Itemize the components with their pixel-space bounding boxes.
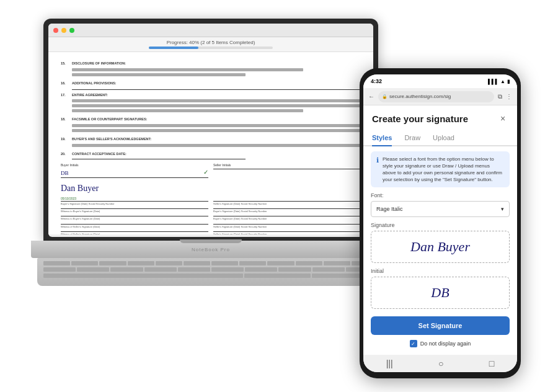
home-nav-icon[interactable]: ○	[438, 359, 443, 368]
section-title-19: BUYER'S AND SELLER'S ACKNOWLEDGEMENT:	[72, 137, 151, 141]
key	[43, 261, 70, 265]
section-title-17: ENTIRE AGREEMENT:	[72, 93, 108, 97]
laptop-top-bar	[48, 24, 373, 37]
key	[245, 267, 277, 272]
key	[99, 261, 126, 265]
phone-nav-bar: ||| ○ □	[363, 355, 517, 372]
signature-label: Signature	[371, 222, 510, 228]
laptop-brand: NoteBook Pro	[192, 247, 230, 252]
recent-nav-icon[interactable]: □	[489, 359, 494, 368]
checkmark-icon: ✓	[203, 167, 208, 177]
wifi-icon: ▲	[500, 79, 505, 84]
url-bar[interactable]: 🔒 secure.authentisign.com/sig	[378, 91, 494, 102]
phone-status-bar: 4:32 ▌▌▌ ▲ ▮	[363, 74, 517, 88]
signature-preview-box: Dan Buyer	[371, 231, 510, 263]
modal-overlay: Create your signature × Styles Draw Uplo…	[363, 105, 517, 355]
witness-label-7: Witness of Seller's Signature (Date)	[61, 231, 208, 234]
key	[324, 261, 350, 265]
witness-label-3: Witness to Buyer's Signature (Date)	[61, 216, 208, 221]
witness-label-8: Seller's Signature (Date) Social Securit…	[213, 231, 361, 234]
doc-section-18: 18. FACSIMILE OR COUNTERPART SIGNATURES:	[61, 117, 361, 134]
section-num-16: 16.	[61, 81, 69, 90]
section-text-15: DISCLOSURE OF INFORMATION:	[72, 61, 361, 78]
lock-icon: 🔒	[382, 94, 388, 99]
font-section: Font: Rage Italic ▾	[363, 192, 517, 217]
section-title-16: ADDITIONAL PROVISIONS:	[72, 81, 116, 85]
progress-area: Progress: 40% (2 of 5 Items Completed)	[48, 37, 373, 52]
key	[278, 267, 311, 272]
doc-section-17: 17. ENTIRE AGREEMENT:	[61, 92, 361, 115]
modal-header: Create your signature ×	[363, 105, 517, 130]
tab-upload[interactable]: Upload	[433, 130, 454, 146]
section-text-18: FACSIMILE OR COUNTERPART SIGNATURES:	[72, 117, 361, 134]
signature-preview-text: Dan Buyer	[410, 239, 470, 255]
keyboard-row-1	[43, 261, 378, 265]
key	[312, 267, 345, 272]
witness-row-2: Witness to Buyer's Signature (Date) Buye…	[61, 216, 361, 221]
back-nav-icon[interactable]: |||	[386, 359, 393, 368]
doc-line	[72, 109, 303, 112]
do-not-display-label: Do not display again	[420, 341, 471, 347]
sig-date: 05/10/2023	[61, 196, 208, 201]
font-value: Rage Italic	[376, 206, 403, 212]
doc-line	[72, 68, 303, 71]
tabs-icon[interactable]: ⧉	[498, 93, 502, 100]
key	[239, 261, 266, 265]
traffic-light-red[interactable]	[53, 28, 58, 33]
witness-label-2: Buyer's Signature (Date) Social Security…	[213, 208, 361, 213]
witness-label-1: Witness to Buyer's Signature (Date)	[61, 208, 208, 213]
witness-row-4: Witness of Seller's Signature (Date) Sel…	[61, 231, 361, 234]
font-select[interactable]: Rage Italic ▾	[371, 201, 510, 217]
phone: 4:32 ▌▌▌ ▲ ▮ ← 🔒 secure.authentisign.com…	[360, 68, 521, 378]
info-icon: ℹ	[376, 156, 379, 184]
tab-styles[interactable]: Styles	[372, 130, 392, 146]
scene: Progress: 40% (2 of 5 Items Completed) 1…	[0, 0, 558, 392]
witness-rows: Witness to Buyer's Signature (Date) Buye…	[61, 208, 361, 234]
info-text: Please select a font from the option men…	[383, 156, 504, 184]
key	[184, 261, 210, 265]
traffic-light-green[interactable]	[69, 28, 74, 33]
doc-line	[72, 129, 361, 132]
doc-section-16: 16. ADDITIONAL PROVISIONS:	[61, 81, 361, 90]
doc-line	[72, 124, 361, 127]
section-title-18: FACSIMILE OR COUNTERPART SIGNATURES:	[72, 117, 147, 121]
buyer-sig-area: Dan Buyer 05/10/2023 Buyer's Signature (…	[61, 182, 208, 206]
initial-section: Initial DB	[363, 265, 517, 313]
status-icons: ▌▌▌ ▲ ▮	[488, 79, 510, 84]
keyboard-rows	[37, 258, 384, 281]
key	[71, 261, 98, 265]
section-num-15: 15.	[61, 61, 69, 78]
progress-track	[149, 47, 273, 49]
tab-draw[interactable]: Draw	[404, 130, 420, 146]
key	[296, 261, 322, 265]
traffic-light-yellow[interactable]	[61, 28, 66, 33]
initials-row: Buyer Initials DB ✓ Seller Initials	[61, 163, 361, 179]
close-button[interactable]: ×	[497, 113, 508, 124]
keyboard-row-2	[43, 267, 378, 272]
section-num-18: 18.	[61, 117, 69, 134]
doc-section-15: 15. DISCLOSURE OF INFORMATION:	[61, 61, 361, 78]
buyer-initial-sig: DB	[61, 170, 69, 176]
doc-section-19: 19. BUYER'S AND SELLER'S ACKNOWLEDGEMENT…	[61, 136, 361, 149]
tabs-row: Styles Draw Upload	[363, 130, 517, 146]
signature-section: Signature Dan Buyer	[363, 217, 517, 265]
back-browser-icon[interactable]: ←	[368, 93, 374, 100]
doc-line	[72, 73, 246, 76]
section-text-16: ADDITIONAL PROVISIONS:	[72, 81, 361, 90]
buyer-sig-label: Buyer's Signature (Date) Social Security…	[61, 201, 208, 206]
witness-row-1: Witness to Buyer's Signature (Date) Buye…	[61, 208, 361, 213]
do-not-display-checkbox[interactable]: ✓	[410, 340, 417, 347]
set-signature-button[interactable]: Set Signature	[371, 316, 510, 335]
section-title-20: CONTRACT ACCEPTANCE DATE:	[72, 152, 126, 156]
key-space	[43, 274, 243, 278]
witness-row-3: Witness of Seller's Signature (Date) Sel…	[61, 224, 361, 229]
buyer-signature: Dan Buyer	[61, 182, 208, 195]
section-text-19: BUYER'S AND SELLER'S ACKNOWLEDGEMENT:	[72, 136, 361, 149]
menu-icon[interactable]: ⋮	[506, 93, 512, 100]
laptop-screen: Progress: 40% (2 of 5 Items Completed) 1…	[48, 24, 373, 237]
witness-label-6: Seller's Signature (Date) Social Securit…	[213, 224, 361, 229]
section-title-15: DISCLOSURE OF INFORMATION:	[72, 61, 126, 65]
chevron-down-icon: ▾	[501, 206, 504, 212]
section-num-20: 20.	[61, 151, 69, 159]
key	[156, 261, 182, 265]
